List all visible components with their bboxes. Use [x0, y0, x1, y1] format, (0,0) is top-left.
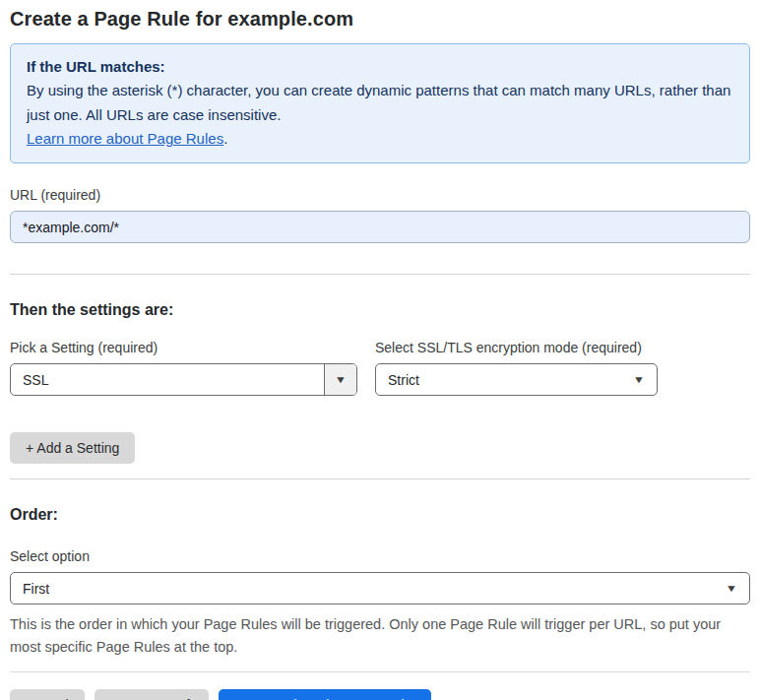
- order-select-value: First: [11, 581, 749, 597]
- settings-section-heading: Then the settings are:: [10, 301, 750, 319]
- footer-divider: [10, 671, 750, 672]
- order-select-label: Select option: [10, 548, 750, 564]
- order-help-text: This is the order in which your Page Rul…: [10, 613, 750, 659]
- info-box-link-line: Learn more about Page Rules.: [27, 127, 733, 151]
- order-select[interactable]: First ▼: [10, 572, 750, 605]
- page-title: Create a Page Rule for example.com: [10, 0, 750, 31]
- footer-actions: Cancel Save as Draft Save and Deploy Pag…: [10, 689, 750, 700]
- section-divider: [10, 274, 750, 275]
- link-period: .: [223, 130, 227, 147]
- save-draft-button[interactable]: Save as Draft: [95, 689, 210, 700]
- info-box-heading: If the URL matches:: [27, 55, 733, 79]
- chevron-down-icon: ▼: [335, 375, 347, 385]
- section-divider: [10, 478, 750, 479]
- setting-select[interactable]: SSL ▼: [10, 363, 357, 396]
- add-setting-button[interactable]: + Add a Setting: [10, 432, 135, 464]
- setting-select-label: Pick a Setting (required): [10, 340, 357, 355]
- mode-select-value: Strict: [376, 372, 657, 388]
- setting-select-value: SSL: [11, 372, 324, 388]
- chevron-down-icon: ▼: [633, 375, 645, 385]
- ssl-mode-select[interactable]: Strict ▼: [375, 363, 658, 396]
- order-section-heading: Order:: [10, 506, 750, 524]
- setting-select-arrow-box[interactable]: ▼: [324, 364, 356, 395]
- url-match-info-box: If the URL matches: By using the asteris…: [10, 43, 750, 163]
- create-page-rule-panel: Create a Page Rule for example.com If th…: [0, 0, 760, 700]
- save-deploy-button[interactable]: Save and Deploy Page Rule: [219, 689, 431, 700]
- url-input[interactable]: [10, 211, 750, 243]
- url-field-label: URL (required): [10, 187, 750, 203]
- info-box-body: By using the asterisk (*) character, you…: [27, 79, 733, 127]
- mode-select-label: Select SSL/TLS encryption mode (required…: [375, 340, 658, 355]
- chevron-down-icon: ▼: [726, 584, 737, 594]
- settings-row: Pick a Setting (required) SSL ▼ Select S…: [10, 340, 750, 396]
- learn-more-link[interactable]: Learn more about Page Rules: [27, 130, 223, 147]
- mode-field: Select SSL/TLS encryption mode (required…: [375, 340, 658, 396]
- cancel-button[interactable]: Cancel: [10, 689, 85, 700]
- setting-field: Pick a Setting (required) SSL ▼: [10, 340, 357, 396]
